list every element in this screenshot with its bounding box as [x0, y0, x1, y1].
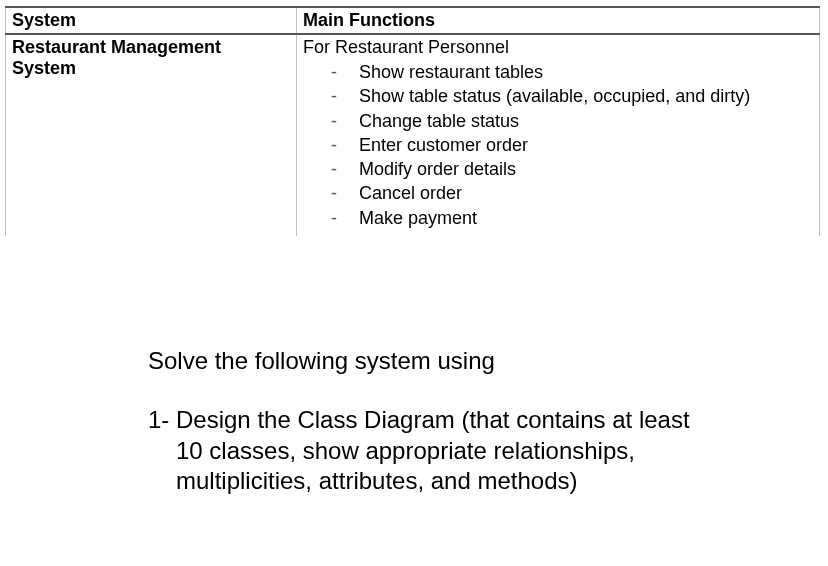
system-functions-table: System Main Functions Restaurant Managem… [5, 6, 820, 236]
cell-system-name: Restaurant Management System [6, 34, 297, 236]
question-prompt: Solve the following system using [148, 346, 708, 377]
question-block: Solve the following system using 1- Desi… [148, 346, 708, 497]
list-item: Show restaurant tables [331, 60, 813, 84]
list-item: Show table status (available, occupied, … [331, 84, 813, 108]
header-system: System [6, 7, 297, 34]
cell-main-functions: For Restaurant Personnel Show restaurant… [297, 34, 820, 236]
list-item: Change table status [331, 109, 813, 133]
table-row: Restaurant Management System For Restaur… [6, 34, 820, 236]
functions-heading: For Restaurant Personnel [303, 37, 813, 58]
list-item: Modify order details [331, 157, 813, 181]
list-item: Enter customer order [331, 133, 813, 157]
header-main-functions: Main Functions [297, 7, 820, 34]
list-item: Make payment [331, 206, 813, 230]
functions-list: Show restaurant tables Show table status… [303, 60, 813, 230]
list-item: Cancel order [331, 181, 813, 205]
question-item-1: 1- Design the Class Diagram (that contai… [176, 405, 708, 497]
